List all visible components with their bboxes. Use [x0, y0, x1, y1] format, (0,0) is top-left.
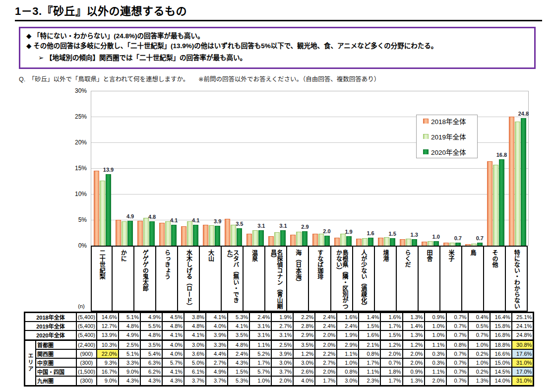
- data-cell: 3.9%: [206, 330, 228, 340]
- table-row: 中国・四国(1,500)16.7%9.0%6.2%4.1%6.1%4.9%1.5…: [25, 367, 534, 376]
- table-row: 関西圏(900)22.0%5.1%5.4%4.0%3.6%4.4%2.4%5.2…: [25, 349, 534, 358]
- bar-2019年全体: [187, 221, 192, 246]
- data-cell: 0.7%: [446, 376, 468, 386]
- data-cell: 1.0%: [425, 330, 446, 340]
- report-page: 1－3.『砂丘』以外の連想するもの ◆ 「特にない・わからない」(24.8%)の…: [0, 0, 554, 392]
- bar-2018年全体: [203, 225, 208, 246]
- y-axis-label: 30%: [75, 87, 87, 94]
- data-cell: 18.8%: [490, 340, 512, 349]
- category-cell: 二十世紀梨: [91, 246, 113, 312]
- bar-2019年全体: [231, 225, 236, 246]
- data-cell: 1.2%: [293, 349, 315, 358]
- data-cell: 30.8%: [512, 340, 534, 349]
- category-cell: らっきょう: [156, 246, 178, 312]
- bar-2020年全体: [193, 225, 198, 246]
- bar-2019年全体: [406, 239, 411, 246]
- data-cell: 1.9%: [337, 330, 359, 340]
- data-cell: 2.5%: [271, 340, 293, 349]
- data-cell: 0.7%: [446, 330, 468, 340]
- data-cell: 0.7%: [446, 349, 468, 358]
- category-label: 水木しげる（ロード）: [185, 250, 192, 309]
- bar-2020年全体: [237, 228, 242, 246]
- data-cell: 1.9%: [271, 313, 293, 322]
- category-label: 人が少ない（過疎化）: [360, 250, 367, 309]
- category-cell: すなば珈琲: [309, 246, 331, 312]
- bar-2018年全体: [487, 161, 492, 246]
- data-cell: 0.8%: [359, 349, 380, 358]
- data-cell: 0.7%: [446, 313, 468, 322]
- data-cell: 16.7%: [97, 367, 119, 376]
- y-axis: 0%5%10%15%20%25%30%: [59, 91, 87, 246]
- data-cell: 4.8%: [228, 340, 249, 349]
- data-cell: 2.0%: [271, 376, 293, 386]
- data-cell: 4.0%: [162, 349, 184, 358]
- category-cell: 海（日本海）: [287, 246, 309, 312]
- row-label: 2018年全体: [25, 313, 77, 322]
- data-cell: 4.3%: [228, 358, 249, 367]
- bar-2018年全体: [159, 223, 165, 246]
- bar-group: 1.6: [354, 91, 375, 246]
- data-cell: 6.2%: [140, 367, 162, 376]
- bar-2019年全体: [340, 234, 346, 246]
- category-cell: 水木しげる（ロード）: [178, 246, 200, 312]
- category-label: 境港: [382, 250, 388, 261]
- data-cell: 3.0%: [337, 376, 359, 386]
- category-cell: 大山: [200, 246, 222, 312]
- data-cell: 1.7%: [249, 358, 271, 367]
- data-cell: 2.7%: [206, 358, 228, 367]
- category-label: 田舎: [426, 250, 432, 261]
- data-cell: 0.5%: [468, 322, 490, 330]
- bar-2018年全体: [509, 117, 514, 246]
- data-cell: 2.9%: [293, 330, 315, 340]
- bar-group: 16.8: [485, 91, 506, 246]
- bar-2018年全体: [246, 234, 252, 246]
- category-cell: らくだ: [397, 246, 419, 312]
- bar-2019年全体: [384, 237, 389, 246]
- category-label: 島根県（隣・区別がつかない）: [335, 250, 348, 311]
- row-label: 九州圏: [36, 376, 76, 386]
- bar-2020年全体: [171, 225, 177, 246]
- data-cell: 1.2%: [380, 340, 402, 349]
- category-label: 鳥: [470, 250, 476, 256]
- data-cell: 2.0%: [403, 358, 425, 367]
- data-cell: 4.0%: [162, 340, 184, 349]
- data-cell: 1.7%: [380, 376, 402, 386]
- bar-2019年全体: [252, 230, 258, 246]
- bar-group: 3.1: [244, 91, 266, 246]
- data-cell: 15.8%: [490, 322, 512, 330]
- data-cell: 17.0%: [512, 367, 534, 376]
- data-cell: 14.6%: [97, 313, 119, 322]
- table-row: 九州圏(300)9.0%4.3%4.3%4.3%3.7%3.7%5.3%1.0%…: [25, 376, 534, 386]
- category-label: 特にない・わからない: [513, 250, 520, 309]
- data-cell: 1.7%: [315, 376, 337, 386]
- category-label: かに: [120, 250, 126, 261]
- bar-group: 3.5: [222, 91, 244, 246]
- summary-sub-bullet: ➢ 【地域別の傾向】関西圏では「二十世紀梨」の回答率が最も高い。: [26, 53, 528, 63]
- data-cell: 2.4%: [228, 349, 249, 358]
- category-cell: 島根県（隣・区別がつかない）: [331, 246, 353, 312]
- data-cell: 5.7%: [249, 367, 271, 376]
- data-cell: 1.1%: [337, 349, 359, 358]
- y-axis-label: 10%: [75, 191, 87, 197]
- data-cell: 1.3%: [403, 330, 425, 340]
- data-cell: 16.8%: [490, 330, 512, 340]
- category-cell: 温泉: [244, 246, 265, 312]
- data-cell: 5.4%: [140, 349, 162, 358]
- n-value: (900): [76, 349, 97, 358]
- data-cell: 1.0%: [337, 358, 359, 367]
- category-label: 二十世紀梨: [99, 250, 105, 279]
- data-cell: 1.0%: [468, 358, 490, 367]
- data-cell: 13.9%: [97, 330, 119, 340]
- data-cell: 2.2%: [315, 349, 337, 358]
- data-cell: 2.3%: [359, 376, 380, 386]
- bar-2018年全体: [378, 238, 383, 246]
- bar-group: 2.9: [288, 91, 309, 246]
- n-value: (2,400): [76, 340, 97, 349]
- title-rule: [15, 20, 542, 21]
- bar-group: 13.9: [91, 91, 113, 246]
- legend-item: 2019年全体: [423, 131, 477, 141]
- category-label: らくだ: [404, 250, 410, 267]
- category-cell: その他: [484, 246, 506, 312]
- data-cell: 6.3%: [140, 358, 162, 367]
- data-cell: 0.9%: [425, 313, 446, 322]
